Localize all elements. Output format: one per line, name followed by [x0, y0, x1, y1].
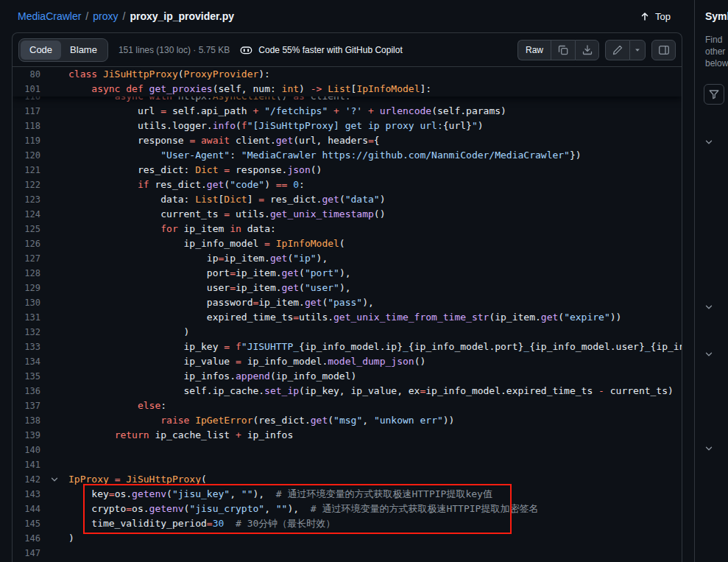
line-number[interactable]: 138 — [13, 413, 40, 428]
line-number[interactable]: 146 — [13, 531, 40, 546]
page: MediaCrawler / proxy / proxy_ip_provider… — [0, 0, 728, 562]
code-blame-switcher: Code Blame — [18, 38, 108, 62]
fold-gutter — [40, 398, 68, 413]
fold-gutter — [40, 428, 68, 443]
code-line: 140 — [13, 443, 682, 457]
code-text: ip_key = f"JISUHTTP_{ip_info_model.ip}_{… — [68, 340, 682, 354]
code-line: 133 ip_key = f"JISUHTTP_{ip_info_model.i… — [13, 340, 682, 354]
line-number[interactable]: 141 — [13, 457, 40, 472]
fold-gutter — [40, 119, 68, 133]
code-text: password=ip_item.get("pass"), — [68, 295, 374, 310]
code-line: 121 res_dict: Dict = response.json() — [13, 163, 682, 178]
line-number[interactable]: 144 — [13, 502, 40, 516]
copilot-banner-text: Code 55% faster with GitHub Copilot — [258, 45, 402, 55]
breadcrumb-path: MediaCrawler / proxy / proxy_ip_provider… — [18, 10, 234, 22]
line-number[interactable]: 117 — [13, 104, 40, 119]
line-number[interactable]: 147 — [13, 546, 40, 561]
line-number[interactable]: 122 — [13, 178, 40, 192]
chevron-down-icon[interactable] — [40, 472, 68, 487]
breadcrumb-file-name: proxy_ip_provider.py — [130, 10, 234, 22]
code-line: 124 current_ts = utils.get_unix_timestam… — [13, 207, 682, 222]
code-text: time_validity_period=30 # 30分钟（最长时效） — [68, 516, 335, 531]
symbols-panel-toggle-button[interactable] — [651, 40, 676, 60]
raw-copy-download-group: Raw — [517, 40, 599, 60]
code-line: 132 ) — [13, 325, 682, 340]
breadcrumb-repo-link[interactable]: MediaCrawler — [18, 10, 81, 22]
line-number[interactable]: 133 — [13, 340, 40, 354]
filter-symbols-button[interactable] — [704, 84, 724, 105]
chevron-down-icon[interactable] — [704, 137, 715, 149]
line-number[interactable]: 118 — [13, 119, 40, 133]
line-number[interactable]: 130 — [13, 295, 40, 310]
copilot-banner[interactable]: Code 55% faster with GitHub Copilot — [240, 44, 402, 56]
line-number[interactable]: 123 — [13, 192, 40, 207]
download-button[interactable] — [575, 40, 599, 60]
line-number[interactable]: 129 — [13, 281, 40, 295]
back-to-top-button[interactable]: Top — [633, 7, 676, 25]
fold-gutter — [40, 487, 68, 502]
code-text: crypto=os.getenv("jisu_crypto", ""), # 通… — [68, 502, 538, 516]
line-number[interactable]: 140 — [13, 443, 40, 457]
code-text: key=os.getenv("jisu_key", ""), # 通过环境变量的… — [68, 487, 492, 502]
line-number[interactable]: 128 — [13, 266, 40, 281]
code-text: if res_dict.get("code") == 0: — [68, 178, 305, 192]
line-number[interactable]: 136 — [13, 384, 40, 398]
fold-gutter — [40, 310, 68, 325]
chevron-down-icon[interactable] — [704, 443, 715, 455]
code-text: ) — [68, 531, 74, 546]
line-number[interactable]: 124 — [13, 207, 40, 222]
raw-button[interactable]: Raw — [517, 40, 551, 60]
symbols-description-line: Find — [705, 34, 728, 46]
line-number[interactable]: 101 — [13, 82, 40, 96]
fold-gutter — [40, 413, 68, 428]
line-number[interactable]: 127 — [13, 251, 40, 266]
line-number[interactable]: 126 — [13, 236, 40, 251]
line-number[interactable]: 143 — [13, 487, 40, 502]
symbols-panel: Symbols Find other below — [694, 0, 728, 562]
pencil-icon — [612, 44, 623, 56]
code-text: response = await client.get(url, headers… — [68, 133, 380, 148]
chevron-down-icon[interactable] — [704, 302, 715, 314]
chevron-down-icon[interactable] — [704, 349, 715, 361]
edit-button[interactable] — [605, 40, 629, 60]
code-text: utils.logger.info(f"[JiSuHttpProxy] get … — [68, 119, 484, 133]
line-number[interactable]: 135 — [13, 369, 40, 384]
code-text: else: — [68, 398, 166, 413]
line-number[interactable]: 120 — [13, 148, 40, 163]
back-to-top-label: Top — [655, 11, 671, 22]
line-number[interactable]: 121 — [13, 163, 40, 178]
code-line: 136 self.ip_cache.set_ip(ip_key, ip_valu… — [13, 384, 682, 398]
fold-gutter — [40, 236, 68, 251]
file-toolbar: Code Blame 151 lines (130 loc) · 5.75 KB… — [13, 33, 682, 67]
code-text: for ip_item in data: — [68, 222, 276, 236]
code-line: 145 time_validity_period=30 # 30分钟（最长时效） — [13, 516, 682, 531]
edit-dropdown-button[interactable] — [629, 40, 646, 60]
code-line: 123 data: List[Dict] = res_dict.get("dat… — [13, 192, 682, 207]
tab-blame[interactable]: Blame — [61, 41, 106, 60]
line-number[interactable]: 131 — [13, 310, 40, 325]
code-text: ip_value = ip_info_model.model_dump_json… — [68, 354, 425, 369]
line-number[interactable]: 139 — [13, 428, 40, 443]
code-text: expired_time_ts=utils.get_unix_time_from… — [68, 310, 621, 325]
line-number[interactable]: 145 — [13, 516, 40, 531]
code-line: 131 expired_time_ts=utils.get_unix_time_… — [13, 310, 682, 325]
line-number[interactable]: 142 — [13, 472, 40, 487]
fold-gutter — [40, 502, 68, 516]
copy-button[interactable] — [551, 40, 575, 60]
line-number[interactable]: 125 — [13, 222, 40, 236]
code-text: res_dict: Dict = response.json() — [68, 163, 322, 178]
line-number[interactable]: 132 — [13, 325, 40, 340]
tab-code[interactable]: Code — [21, 41, 61, 60]
line-number[interactable]: 134 — [13, 354, 40, 369]
code-line: 135 ip_infos.append(ip_info_model) — [13, 369, 682, 384]
code-text: ) — [68, 325, 189, 340]
code-text: port=ip_item.get("port"), — [68, 266, 351, 281]
code-text: return ip_cache_list + ip_infos — [68, 428, 293, 443]
line-number[interactable]: 137 — [13, 398, 40, 413]
breadcrumb-folder-link[interactable]: proxy — [93, 10, 118, 22]
line-number[interactable]: 80 — [13, 67, 40, 82]
symbols-description-line: below — [705, 57, 728, 69]
code-area: 116 async with httpx.AsyncClient() as cl… — [13, 67, 682, 562]
code-line: 101 async def get_proxies(self, num: int… — [13, 82, 682, 96]
line-number[interactable]: 119 — [13, 133, 40, 148]
